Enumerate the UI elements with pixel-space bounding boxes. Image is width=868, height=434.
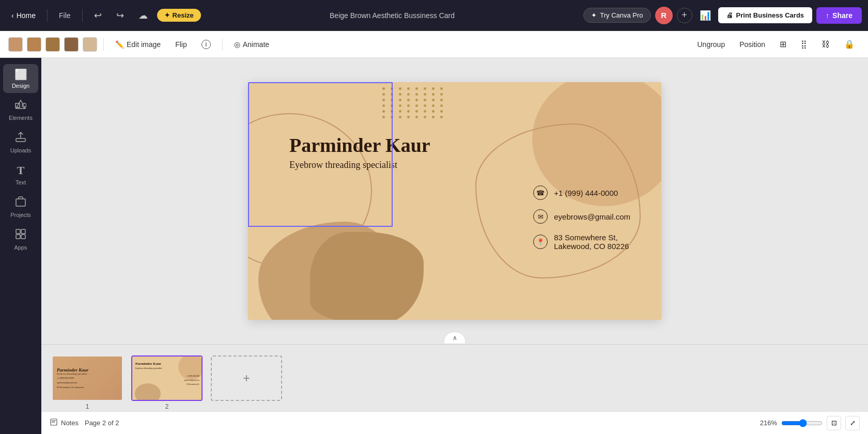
- undo-button[interactable]: ↩: [89, 7, 107, 24]
- thumbnail-2-wrapper[interactable]: Parminder Kaur Eyebrow threading special…: [131, 355, 203, 401]
- resize-button[interactable]: ✦ Resize: [157, 9, 201, 22]
- contact-info: ☎ +1 (999) 444-0000 ✉ eyebrows@gmail.com…: [533, 185, 630, 251]
- color-swatch-4[interactable]: [64, 37, 79, 52]
- contact-phone: ☎ +1 (999) 444-0000: [533, 185, 630, 200]
- file-button[interactable]: File: [54, 8, 76, 23]
- document-title: Beige Brown Aesthetic Bussiness Card: [205, 11, 579, 20]
- svg-rect-5: [16, 229, 20, 234]
- try-canva-pro-button[interactable]: ✦ Try Canva Pro: [583, 8, 650, 23]
- back-icon: ‹: [11, 11, 14, 20]
- home-button[interactable]: ‹ Home: [6, 8, 41, 23]
- toolbar-separator-1: [103, 38, 104, 51]
- sidebar: ⬜ Design Elements Uploads T Text Project…: [0, 58, 41, 434]
- flip-button[interactable]: Flip: [170, 38, 192, 51]
- nav-divider: [47, 9, 48, 22]
- toolbar: ✏️ Edit image Flip i ◎ Animate Ungroup P…: [0, 31, 868, 58]
- print-business-cards-button[interactable]: 🖨 Print Business Cards: [718, 7, 813, 23]
- thumbnail-2[interactable]: Parminder Kaur Eyebrow threading special…: [131, 355, 203, 401]
- fullscreen-exit-icon: ⊡: [831, 419, 837, 427]
- save-cloud-button[interactable]: ☁: [133, 7, 153, 24]
- notes-icon: [50, 418, 58, 428]
- canvas-area: Parminder Kaur Eyebrow threading special…: [41, 58, 868, 434]
- thumbnail-2-number: 2: [165, 403, 169, 410]
- animate-icon: ◎: [234, 40, 240, 49]
- plus-icon: +: [243, 371, 250, 385]
- link-icon-button[interactable]: ⛓: [816, 37, 835, 52]
- expand-icon: ⤢: [850, 419, 856, 427]
- redo-icon: ↪: [116, 10, 124, 21]
- shape-bottom-blob2: [310, 232, 424, 320]
- svg-rect-3: [16, 138, 25, 142]
- share-icon: ↑: [826, 11, 829, 20]
- add-page-button[interactable]: +: [211, 355, 282, 401]
- nav-divider-2: [82, 9, 83, 22]
- color-swatch-1[interactable]: [8, 37, 23, 52]
- svg-rect-6: [21, 229, 25, 234]
- thumbnail-1-wrapper[interactable]: Parminder Kaur Eyebrow threading special…: [52, 355, 123, 401]
- edit-image-button[interactable]: ✏️ Edit image: [110, 38, 166, 51]
- color-swatch-5[interactable]: [83, 37, 97, 52]
- sidebar-item-uploads[interactable]: Uploads: [3, 127, 38, 158]
- zoom-controls: 216% ⊡ ⤢: [760, 416, 860, 430]
- svg-rect-4: [16, 199, 25, 206]
- thumbnail-bar: Parminder Kaur Eyebrow threading special…: [41, 344, 868, 411]
- thumb-bg-2: Parminder Kaur Eyebrow threading special…: [132, 357, 202, 400]
- toolbar-separator-2: [222, 38, 223, 51]
- fullscreen-button[interactable]: ⤢: [845, 416, 860, 430]
- phone-icon: ☎: [533, 185, 548, 200]
- notes-button[interactable]: Notes: [50, 418, 79, 428]
- sidebar-item-projects[interactable]: Projects: [3, 192, 38, 222]
- color-swatch-2[interactable]: [27, 37, 41, 52]
- add-account-button[interactable]: +: [677, 8, 692, 23]
- star-icon: ✦: [164, 11, 170, 19]
- status-icons: ⊡ ⤢: [827, 416, 860, 430]
- business-card[interactable]: Parminder Kaur Eyebrow threading special…: [248, 82, 661, 320]
- card-name: Parminder Kaur: [289, 134, 430, 157]
- text-icon: T: [17, 164, 25, 177]
- projects-icon: [15, 196, 26, 210]
- thumbnail-1[interactable]: Parminder Kaur Eyebrow threading special…: [52, 355, 123, 401]
- animate-button[interactable]: ◎ Animate: [229, 38, 274, 51]
- hide-panels-button[interactable]: ∧: [444, 332, 466, 344]
- lock-icon-button[interactable]: 🔒: [839, 37, 860, 52]
- page-info: Page 2 of 2: [85, 419, 119, 427]
- share-button[interactable]: ↑ Share: [816, 7, 862, 24]
- fullscreen-exit-button[interactable]: ⊡: [827, 416, 841, 430]
- arrange-icon: ⊞: [780, 40, 786, 49]
- elements-icon: [15, 99, 26, 113]
- contact-email: ✉ eyebrows@gmail.com: [533, 209, 630, 224]
- redo-button[interactable]: ↪: [111, 7, 129, 24]
- apps-icon: [15, 228, 26, 242]
- sidebar-item-text[interactable]: T Text: [3, 160, 38, 190]
- ungroup-button[interactable]: Ungroup: [692, 38, 730, 51]
- location-icon: 📍: [533, 235, 548, 249]
- position-button[interactable]: Position: [734, 38, 770, 51]
- zoom-slider[interactable]: [781, 419, 823, 427]
- undo-icon: ↩: [94, 10, 102, 21]
- zoom-level: 216%: [760, 419, 777, 427]
- canvas-workspace[interactable]: Parminder Kaur Eyebrow threading special…: [41, 58, 868, 344]
- dots-pattern: [382, 87, 445, 118]
- uploads-icon: [15, 131, 26, 145]
- grid-icon-button[interactable]: ⣿: [796, 37, 812, 52]
- toolbar-right: Ungroup Position ⊞ ⣿ ⛓ 🔒: [692, 37, 860, 52]
- canva-icon: ✦: [591, 11, 597, 19]
- sidebar-item-apps[interactable]: Apps: [3, 224, 38, 255]
- svg-rect-8: [21, 235, 25, 239]
- arrange-icon-button[interactable]: ⊞: [774, 37, 792, 52]
- color-swatch-3[interactable]: [45, 37, 60, 52]
- info-button[interactable]: i: [196, 37, 216, 52]
- sidebar-item-design[interactable]: ⬜ Design: [3, 64, 38, 93]
- svg-rect-7: [16, 235, 20, 239]
- sidebar-item-elements[interactable]: Elements: [3, 95, 38, 125]
- email-icon: ✉: [533, 209, 548, 224]
- cloud-icon: ☁: [138, 10, 148, 21]
- main-layout: ⬜ Design Elements Uploads T Text Project…: [0, 58, 868, 434]
- link-icon: ⛓: [822, 40, 830, 49]
- thumbnail-1-number: 1: [86, 403, 89, 410]
- lock-icon: 🔒: [844, 40, 855, 49]
- status-bar: Notes Page 2 of 2 216% ⊡ ⤢: [41, 411, 868, 434]
- analytics-icon[interactable]: 📊: [696, 7, 714, 24]
- edit-image-icon: ✏️: [115, 40, 124, 49]
- avatar[interactable]: R: [655, 7, 673, 24]
